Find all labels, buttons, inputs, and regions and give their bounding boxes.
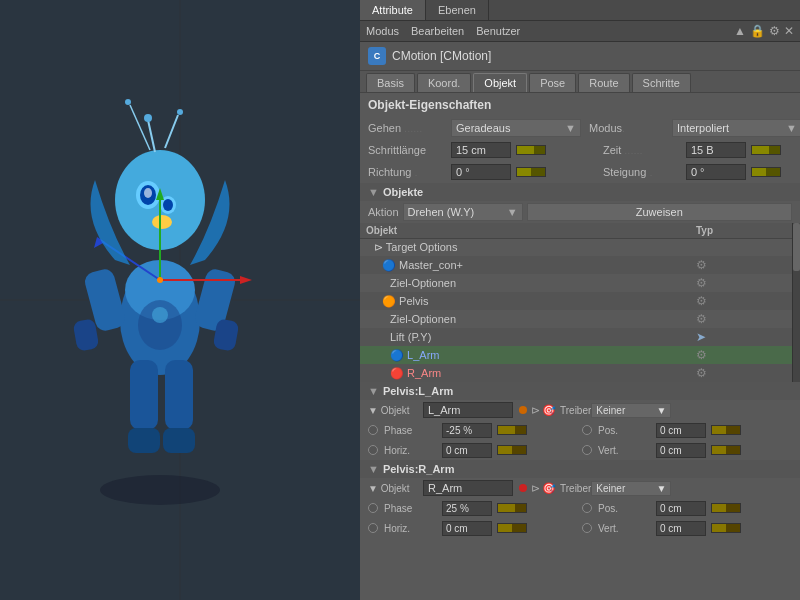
richtung-row: Richtung . 0 ° Steigung . 0 ° [360, 161, 800, 183]
zeit-label: Zeit ...... [603, 144, 683, 156]
objekte-collapse-icon[interactable]: ▼ [368, 186, 379, 198]
tab-koord[interactable]: Koord. [417, 73, 471, 92]
pelvis-l-pos-check[interactable] [582, 425, 592, 435]
viewport-3d[interactable] [0, 0, 360, 600]
gehen-dropdown[interactable]: Geradeaus ▼ [451, 119, 581, 137]
pelvis-l-horiz-input[interactable]: 0 cm [442, 443, 492, 458]
pelvis-r-treiber-dropdown[interactable]: Keiner ▼ [591, 481, 671, 496]
col-objekt-header: Objekt [360, 223, 690, 239]
richtung-input[interactable]: 0 ° [451, 164, 511, 180]
character-display [0, 0, 360, 600]
pelvis-r-objekt-label: ▼ Objekt [368, 483, 423, 494]
pelvis-r-pos-check[interactable] [582, 503, 592, 513]
menu-bearbeiten[interactable]: Bearbeiten [411, 25, 464, 37]
tab-attribute[interactable]: Attribute [360, 0, 426, 20]
pelvis-r-phase-check[interactable] [368, 503, 378, 513]
objekte-header: ▼ Objekte [360, 183, 800, 201]
pelvis-r-horiz-input[interactable]: 0 cm [442, 521, 492, 536]
pelvis-l-horiz-label: Horiz. [384, 445, 439, 456]
tab-pose[interactable]: Pose [529, 73, 576, 92]
pelvis-r-pos-input[interactable]: 0 cm [656, 501, 706, 516]
pelvis-r-objekt-input[interactable]: R_Arm [423, 480, 513, 496]
tab-schritte[interactable]: Schritte [632, 73, 691, 92]
pelvis-r-vert-slider[interactable] [711, 523, 741, 533]
zeit-input[interactable]: 15 B [686, 142, 746, 158]
pelvis-l-phase-input[interactable]: -25 % [442, 423, 492, 438]
schrittlaenge-input[interactable]: 15 cm [451, 142, 511, 158]
tab-ebenen[interactable]: Ebenen [426, 0, 489, 20]
pelvis-l-phase-row: Phase -25 % Pos. 0 cm [360, 420, 800, 440]
pelvis-l-vert-input[interactable]: 0 cm [656, 443, 706, 458]
svg-point-15 [177, 109, 183, 115]
pelvis-r-color-red [517, 482, 529, 494]
richtung-slider[interactable] [516, 167, 546, 177]
table-row[interactable]: Ziel-Optionen ⚙ [360, 274, 800, 292]
pelvis-l-section: ▼ Pelvis:L_Arm ▼ Objekt L_Arm ⊳ 🎯 Treibe… [360, 382, 800, 460]
svg-point-9 [144, 188, 152, 198]
pelvis-l-pos-input[interactable]: 0 cm [656, 423, 706, 438]
steigung-slider[interactable] [751, 167, 781, 177]
pelvis-r-icon2[interactable]: 🎯 [542, 482, 556, 495]
pelvis-r-phase-slider[interactable] [497, 503, 527, 513]
pelvis-l-icon2[interactable]: 🎯 [542, 404, 556, 417]
pelvis-l-treiber-dropdown[interactable]: Keiner ▼ [591, 403, 671, 418]
right-panel: Attribute Ebenen Modus Bearbeiten Benutz… [360, 0, 800, 600]
pelvis-l-vert-label: Vert. [598, 445, 653, 456]
schrittlaenge-slider[interactable] [516, 145, 546, 155]
eigenschaften-title: Objekt-Eigenschaften [360, 93, 800, 117]
table-row[interactable]: Ziel-Optionen ⚙ [360, 310, 800, 328]
pelvis-l-phase-check[interactable] [368, 425, 378, 435]
svg-rect-23 [130, 360, 158, 430]
pelvis-r-horiz-slider[interactable] [497, 523, 527, 533]
eigenschaften-section: Objekt-Eigenschaften Gehen ...... Gerade… [360, 93, 800, 183]
modus-dropdown[interactable]: Interpoliert ▼ [672, 119, 800, 137]
icon-settings[interactable]: ⚙ [769, 24, 780, 38]
pelvis-l-collapse-icon[interactable]: ▼ [368, 385, 379, 397]
pelvis-r-collapse-icon[interactable]: ▼ [368, 463, 379, 475]
table-row[interactable]: Lift (P.Y) ➤ [360, 328, 800, 346]
pelvis-r-vert-input[interactable]: 0 cm [656, 521, 706, 536]
pelvis-l-horiz-slider[interactable] [497, 445, 527, 455]
pelvis-r-phase-input[interactable]: 25 % [442, 501, 492, 516]
aktion-dropdown[interactable]: Drehen (W.Y) ▼ [403, 203, 523, 221]
cmotion-title: CMotion [CMotion] [392, 49, 491, 63]
menu-modus[interactable]: Modus [366, 25, 399, 37]
tab-route[interactable]: Route [578, 73, 629, 92]
pelvis-l-objekt-input[interactable]: L_Arm [423, 402, 513, 418]
pelvis-r-treiber-label: Treiber [560, 483, 591, 494]
pelvis-l-vert-check[interactable] [582, 445, 592, 455]
pelvis-r-icon1[interactable]: ⊳ [531, 482, 540, 495]
steigung-input[interactable]: 0 ° [686, 164, 746, 180]
icon-lock[interactable]: 🔒 [750, 24, 765, 38]
action-row: Aktion Drehen (W.Y) ▼ Zuweisen [360, 201, 800, 223]
table-row[interactable]: 🔴 R_Arm ⚙ [360, 364, 800, 382]
menu-benutzer[interactable]: Benutzer [476, 25, 520, 37]
zeit-slider[interactable] [751, 145, 781, 155]
scrollbar-thumb[interactable] [793, 223, 800, 271]
pelvis-r-horiz-check[interactable] [368, 523, 378, 533]
table-row[interactable]: 🟠 Pelvis ⚙ [360, 292, 800, 310]
pelvis-l-vert-slider[interactable] [711, 445, 741, 455]
pelvis-l-phase-slider[interactable] [497, 425, 527, 435]
object-table-container: Objekt Typ ⊳ Target Options 🔵 Master_con… [360, 223, 800, 382]
zuweisen-button[interactable]: Zuweisen [527, 203, 792, 221]
table-row[interactable]: 🔵 Master_con+ ⚙ [360, 256, 800, 274]
table-row[interactable]: 🔵 L_Arm ⚙ [360, 346, 800, 364]
svg-point-17 [125, 99, 131, 105]
table-scrollbar[interactable] [792, 223, 800, 382]
tab-objekt[interactable]: Objekt [473, 73, 527, 92]
pelvis-l-icon1[interactable]: ⊳ [531, 404, 540, 417]
pelvis-l-pos-slider[interactable] [711, 425, 741, 435]
tab-basis[interactable]: Basis [366, 73, 415, 92]
table-row[interactable]: ⊳ Target Options [360, 239, 800, 257]
svg-point-28 [152, 307, 168, 323]
icon-search[interactable]: ▲ [734, 24, 746, 38]
icon-close[interactable]: ✕ [784, 24, 794, 38]
properties-scroll[interactable]: Objekt-Eigenschaften Gehen ...... Gerade… [360, 93, 800, 600]
pelvis-r-vert-check[interactable] [582, 523, 592, 533]
pelvis-l-horiz-check[interactable] [368, 445, 378, 455]
nav-tab-bar: Basis Koord. Objekt Pose Route Schritte [360, 71, 800, 93]
pelvis-r-pos-slider[interactable] [711, 503, 741, 513]
pelvis-l-objekt-row: ▼ Objekt L_Arm ⊳ 🎯 Treiber Keiner ▼ [360, 400, 800, 420]
schrittlaenge-row: Schrittlänge 15 cm Zeit ...... 15 B [360, 139, 800, 161]
